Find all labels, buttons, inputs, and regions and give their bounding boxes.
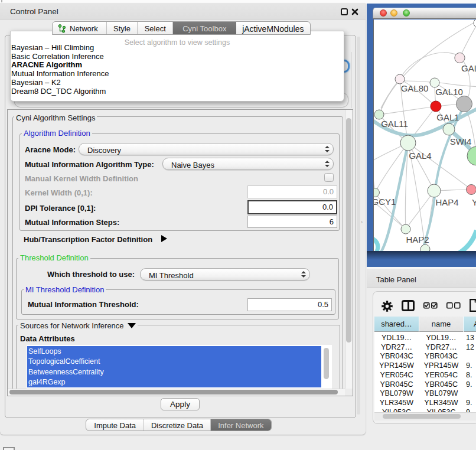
svg-text:GAL10: GAL10 [435,87,463,97]
svg-text:GAL4: GAL4 [409,151,431,161]
svg-text:Y: Y [472,197,476,207]
svg-text:HAP2: HAP2 [406,234,429,244]
svg-text:GCY1: GCY1 [374,197,396,207]
svg-text:GAL11: GAL11 [381,119,408,129]
svg-text:HAP4: HAP4 [435,197,458,207]
svg-text:SWI4: SWI4 [450,136,472,146]
svg-text:GAL1: GAL1 [436,112,459,122]
svg-text:GAL7: GAL7 [461,63,476,73]
svg-text:GAL80: GAL80 [401,83,429,93]
